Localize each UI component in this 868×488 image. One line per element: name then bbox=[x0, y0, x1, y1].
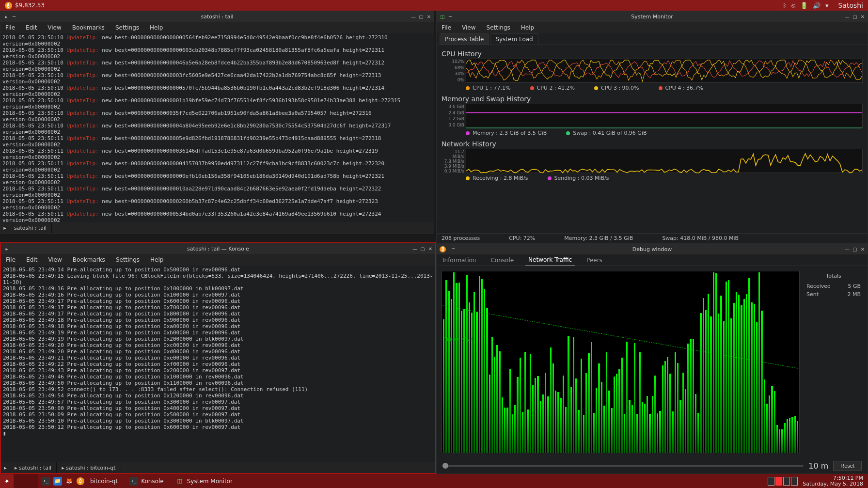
time-range-slider[interactable] bbox=[442, 465, 804, 467]
prompt-icon: ~ bbox=[11, 14, 17, 19]
sysmon-tab-system-load[interactable]: System Load bbox=[490, 33, 538, 45]
menu-view[interactable]: View bbox=[47, 24, 61, 31]
taskbar-app-konsole[interactable]: ›_Konsole bbox=[126, 474, 173, 488]
reset-button[interactable]: Reset bbox=[833, 461, 862, 471]
terminal-tab[interactable]: ▸ satoshi : bitcoin-qt bbox=[57, 462, 121, 473]
close-button[interactable]: ✕ bbox=[860, 246, 866, 252]
system-monitor-window: ◫~ System Monitor — ▢ ✕ FileViewSettings… bbox=[436, 11, 868, 243]
maximize-button[interactable]: ▢ bbox=[418, 14, 424, 19]
sysmon-icon: ◫ bbox=[440, 14, 445, 19]
system-monitor-body: CPU History 102%68%34%0% CPU 1 : 77.1%CP… bbox=[437, 45, 868, 233]
system-monitor-title: System Monitor bbox=[631, 14, 673, 20]
network-traffic-chart: 10000 KB/s bbox=[442, 271, 800, 453]
net-legend: Receiving : 2.8 MiB/sSending : 0.03 MiB/… bbox=[466, 175, 863, 181]
menu-settings[interactable]: Settings bbox=[116, 256, 140, 263]
terminal-top-tab[interactable]: satoshi : tail bbox=[9, 222, 52, 233]
terminal-top-title: satoshi : tail bbox=[201, 14, 233, 20]
menu-help[interactable]: Help bbox=[150, 24, 163, 31]
menu-file[interactable]: File bbox=[442, 24, 451, 31]
close-button[interactable]: ✕ bbox=[860, 14, 866, 19]
debug-tabs: InformationConsoleNetwork TrafficPeers bbox=[437, 254, 868, 266]
terminal-bottom-body[interactable]: 2018-05-05 23:49:14 Pre-allocating up to… bbox=[1, 266, 435, 462]
debug-totals-panel: Totals Received5 GB Sent2 MB bbox=[805, 271, 863, 453]
menu-view[interactable]: View bbox=[462, 24, 475, 31]
minimize-button[interactable]: — bbox=[410, 14, 416, 19]
sysmon-tab-process-table[interactable]: Process Table bbox=[440, 33, 489, 45]
bitcoin-icon: ₿ bbox=[440, 246, 446, 252]
firefox-launcher-icon[interactable]: 🦊 bbox=[65, 477, 74, 486]
files-launcher-icon[interactable]: 📁 bbox=[53, 477, 62, 486]
terminal-top-body[interactable]: 2018-05-05 23:50:10 UpdateTip: new best=… bbox=[0, 33, 434, 222]
maximize-button[interactable]: ▢ bbox=[852, 14, 858, 19]
menu-settings[interactable]: Settings bbox=[115, 24, 139, 31]
sent-value: 2 MB bbox=[847, 291, 861, 298]
debug-titlebar[interactable]: ₿~ Debug window — ▢ ✕ bbox=[437, 244, 868, 254]
totals-label: Totals bbox=[826, 273, 841, 279]
maximize-button[interactable]: ▢ bbox=[420, 246, 426, 252]
debug-tab-network-traffic[interactable]: Network Traffic bbox=[525, 254, 575, 266]
cpu-legend: CPU 1 : 77.1%CPU 2 : 41.2%CPU 3 : 90.0%C… bbox=[466, 85, 863, 91]
minimize-button[interactable]: — bbox=[844, 14, 850, 19]
minimize-button[interactable]: — bbox=[412, 246, 418, 252]
net-history-chart: 11.7 MiB/s7.8 MiB/s3.9 MiB/s0.0 MiB/s bbox=[466, 149, 863, 173]
close-button[interactable]: ✕ bbox=[427, 246, 433, 252]
system-monitor-statusbar: 208 processes CPU: 72% Memory: 2.3 GiB /… bbox=[437, 233, 868, 243]
workspace-switcher[interactable] bbox=[768, 477, 798, 486]
bitcoin-icon: ₿ bbox=[5, 2, 12, 9]
menu-edit[interactable]: Edit bbox=[26, 256, 37, 263]
btc-price: $9,832.53 bbox=[15, 2, 45, 9]
maximize-button[interactable]: ▢ bbox=[852, 246, 858, 252]
terminal-top-tabs: ▸ satoshi : tail bbox=[0, 222, 434, 233]
bluetooth-icon[interactable]: ᛒ bbox=[783, 2, 787, 9]
debug-window: ₿~ Debug window — ▢ ✕ InformationConsole… bbox=[436, 243, 868, 474]
terminal-icon: ▸ bbox=[3, 14, 9, 19]
menu-edit[interactable]: Edit bbox=[26, 24, 37, 31]
net-history-title: Network History bbox=[442, 140, 863, 148]
menu-file[interactable]: File bbox=[6, 256, 16, 263]
system-monitor-titlebar[interactable]: ◫~ System Monitor — ▢ ✕ bbox=[437, 11, 868, 22]
new-tab-button[interactable]: ▸ bbox=[1, 465, 10, 471]
system-monitor-tabs: Process TableSystem Load bbox=[437, 33, 868, 45]
terminal-tab[interactable]: ▸ satoshi : tail bbox=[10, 462, 57, 473]
terminal-launcher-icon[interactable]: ›_ bbox=[42, 477, 50, 486]
debug-tab-information[interactable]: Information bbox=[440, 255, 479, 266]
received-value: 5 GB bbox=[848, 283, 861, 289]
debug-tab-peers[interactable]: Peers bbox=[584, 255, 605, 266]
menu-view[interactable]: View bbox=[48, 256, 62, 263]
debug-tab-console[interactable]: Console bbox=[488, 255, 517, 266]
terminal-top-titlebar[interactable]: ▸ ~ satoshi : tail — ▢ ✕ bbox=[0, 11, 434, 22]
cpu-history-chart: 102%68%34%0% bbox=[466, 59, 863, 83]
menu-help[interactable]: Help bbox=[150, 256, 163, 263]
slider-label: 10 m bbox=[808, 461, 828, 471]
terminal-icon: ▸ bbox=[4, 246, 10, 252]
cpu-history-title: CPU History bbox=[442, 50, 863, 58]
terminal-bottom-titlebar[interactable]: ▸ satoshi : tail — Konsole — ▢ ✕ bbox=[1, 243, 435, 254]
volume-icon[interactable]: 🔊 bbox=[813, 2, 821, 9]
wifi-icon[interactable]: ⎋ bbox=[791, 2, 795, 9]
menu-bookmarks[interactable]: Bookmarks bbox=[73, 256, 105, 263]
menu-help[interactable]: Help bbox=[521, 24, 534, 31]
terminal-bottom-tabs: ▸ ▸ satoshi : tail▸ satoshi : bitcoin-qt bbox=[1, 462, 435, 473]
received-label: Received bbox=[806, 283, 831, 289]
close-button[interactable]: ✕ bbox=[426, 14, 432, 19]
debug-footer: 10 m Reset bbox=[437, 458, 868, 473]
terminal-bottom-window: ▸ satoshi : tail — Konsole — ▢ ✕ FileEdi… bbox=[0, 242, 436, 474]
user-label[interactable]: Satoshi bbox=[838, 1, 863, 9]
status-swap: Swap: 418.0 MiB / 980.0 MiB bbox=[662, 235, 739, 241]
taskbar-app-system-monitor[interactable]: ◫System Monitor bbox=[173, 474, 241, 488]
activity-pager[interactable] bbox=[14, 474, 38, 488]
minimize-button[interactable]: — bbox=[844, 246, 850, 252]
app-launcher[interactable]: ✦ bbox=[0, 474, 14, 488]
new-tab-button[interactable]: ▸ bbox=[0, 225, 9, 231]
menu-settings[interactable]: Settings bbox=[487, 24, 510, 31]
menu-file[interactable]: File bbox=[5, 24, 15, 31]
mem-legend: Memory : 2.3 GiB of 3.5 GiBSwap : 0.41 G… bbox=[466, 130, 863, 136]
battery-icon[interactable]: 🔋 bbox=[800, 2, 808, 9]
sent-label: Sent bbox=[806, 291, 819, 298]
menu-icon[interactable]: ▾ bbox=[825, 2, 829, 9]
menu-bookmarks[interactable]: Bookmarks bbox=[72, 24, 105, 31]
status-cpu: CPU: 72% bbox=[509, 235, 535, 241]
clock[interactable]: 7:50:11 PM Saturday, May 5, 2018 bbox=[803, 475, 863, 487]
top-panel: ₿ $9,832.53 ᛒ ⎋ 🔋 🔊 ▾ Satoshi bbox=[0, 0, 868, 11]
taskbar-app-bitcoin-qt[interactable]: ₿bitcoin-qt bbox=[74, 474, 126, 488]
